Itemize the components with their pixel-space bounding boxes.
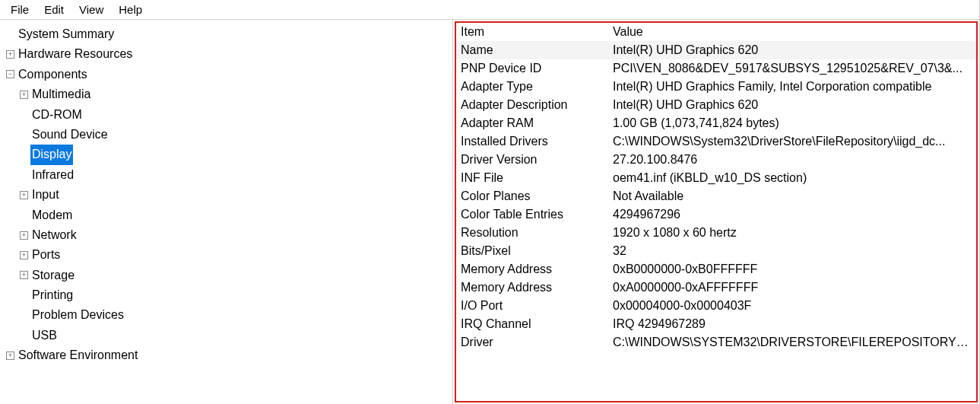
tree-item-multimedia[interactable]: +Multimedia bbox=[6, 84, 449, 104]
table-row[interactable]: PNP Device IDPCI\VEN_8086&DEV_5917&SUBSY… bbox=[456, 59, 976, 78]
cell-value: C:\WINDOWS\System32\DriverStore\FileRepo… bbox=[608, 132, 976, 151]
cell-value: 4294967296 bbox=[608, 205, 976, 224]
cell-value: PCI\VEN_8086&DEV_5917&SUBSYS_12951025&RE… bbox=[608, 59, 976, 78]
system-information-window: File Edit View Help System Summary+Hardw… bbox=[0, 0, 980, 404]
tree-item-modem[interactable]: Modem bbox=[6, 205, 449, 225]
expand-icon[interactable]: + bbox=[6, 352, 14, 360]
table-row[interactable]: DriverC:\WINDOWS\SYSTEM32\DRIVERSTORE\FI… bbox=[456, 333, 976, 352]
cell-item: Bits/Pixel bbox=[456, 242, 608, 260]
cell-item: IRQ Channel bbox=[456, 315, 608, 333]
table-row[interactable]: Color Table Entries4294967296 bbox=[456, 205, 976, 224]
cell-value: 32 bbox=[608, 242, 976, 260]
expand-icon[interactable]: + bbox=[20, 191, 28, 199]
column-header-item[interactable]: Item bbox=[456, 23, 608, 41]
expand-icon[interactable]: + bbox=[20, 91, 28, 99]
tree-item-label: Storage bbox=[30, 266, 76, 285]
cell-value: 0xA0000000-0xAFFFFFFF bbox=[608, 278, 976, 297]
expand-icon[interactable]: + bbox=[20, 251, 28, 259]
table-row[interactable]: Memory Address0xB0000000-0xB0FFFFFF bbox=[456, 260, 976, 278]
tree-item-sound-device[interactable]: Sound Device bbox=[6, 125, 449, 145]
cell-value: 1920 x 1080 x 60 hertz bbox=[608, 224, 976, 242]
table-row[interactable]: Bits/Pixel32 bbox=[456, 242, 976, 260]
table-row[interactable]: Adapter DescriptionIntel(R) UHD Graphics… bbox=[456, 96, 976, 114]
expand-icon[interactable]: + bbox=[6, 50, 14, 59]
table-row[interactable]: Adapter TypeIntel(R) UHD Graphics Family… bbox=[456, 78, 976, 96]
details-highlight-box: Item Value NameIntel(R) UHD Graphics 620… bbox=[455, 21, 978, 402]
column-header-value[interactable]: Value bbox=[608, 23, 976, 41]
menu-view[interactable]: View bbox=[73, 2, 109, 17]
tree-item-label: USB bbox=[30, 326, 59, 345]
tree-item-label: Input bbox=[30, 185, 61, 205]
tree-item-label: Display bbox=[30, 145, 73, 164]
tree-item-display[interactable]: Display bbox=[6, 145, 449, 164]
tree-item-label: CD-ROM bbox=[30, 105, 84, 125]
table-row[interactable]: Installed DriversC:\WINDOWS\System32\Dri… bbox=[456, 132, 976, 151]
cell-value: oem41.inf (iKBLD_w10_DS section) bbox=[608, 169, 976, 187]
expand-icon[interactable]: + bbox=[20, 271, 28, 279]
tree-item-hardware-resources[interactable]: +Hardware Resources bbox=[6, 44, 449, 64]
cell-value: Not Available bbox=[608, 187, 976, 205]
cell-value: Intel(R) UHD Graphics 620 bbox=[608, 96, 976, 114]
table-header-row[interactable]: Item Value bbox=[456, 23, 976, 41]
tree-item-system-summary[interactable]: System Summary bbox=[6, 24, 449, 44]
tree-item-label: Sound Device bbox=[30, 125, 109, 145]
tree-item-infrared[interactable]: Infrared bbox=[6, 165, 449, 185]
tree-item-label: Printing bbox=[30, 285, 75, 305]
cell-item: Color Planes bbox=[456, 187, 608, 205]
tree-item-network[interactable]: +Network bbox=[6, 225, 449, 245]
cell-value: Intel(R) UHD Graphics 620 bbox=[608, 41, 976, 59]
cell-item: Memory Address bbox=[456, 260, 608, 278]
collapse-icon[interactable]: − bbox=[6, 70, 14, 78]
table-row[interactable]: Adapter RAM1.00 GB (1,073,741,824 bytes) bbox=[456, 114, 976, 132]
table-row[interactable]: Driver Version27.20.100.8476 bbox=[456, 151, 976, 169]
table-row[interactable]: I/O Port0x00004000-0x0000403F bbox=[456, 297, 976, 315]
tree-item-problem-devices[interactable]: Problem Devices bbox=[6, 305, 449, 325]
cell-item: PNP Device ID bbox=[456, 59, 608, 78]
menu-help[interactable]: Help bbox=[113, 2, 148, 17]
tree-item-storage[interactable]: +Storage bbox=[6, 266, 449, 285]
tree-item-printing[interactable]: Printing bbox=[6, 285, 449, 305]
cell-item: Driver bbox=[456, 333, 608, 352]
cell-value: 27.20.100.8476 bbox=[608, 151, 976, 169]
cell-item: Driver Version bbox=[456, 151, 608, 169]
cell-item: Installed Drivers bbox=[456, 132, 608, 151]
tree-item-cd-rom[interactable]: CD-ROM bbox=[6, 105, 449, 125]
tree-item-label: Components bbox=[17, 65, 89, 84]
tree-item-usb[interactable]: USB bbox=[6, 326, 449, 345]
menu-file[interactable]: File bbox=[5, 2, 35, 17]
details-table[interactable]: Item Value NameIntel(R) UHD Graphics 620… bbox=[456, 23, 976, 352]
table-row[interactable]: INF Fileoem41.inf (iKBLD_w10_DS section) bbox=[456, 169, 976, 187]
tree-item-label: Ports bbox=[30, 245, 62, 265]
cell-value: 0x00004000-0x0000403F bbox=[608, 297, 976, 315]
table-row[interactable]: Color PlanesNot Available bbox=[456, 187, 976, 205]
cell-item: INF File bbox=[456, 169, 608, 187]
table-row[interactable]: Memory Address0xA0000000-0xAFFFFFFF bbox=[456, 278, 976, 297]
tree-item-label: Infrared bbox=[30, 165, 75, 185]
tree-item-ports[interactable]: +Ports bbox=[6, 245, 449, 265]
cell-value: 1.00 GB (1,073,741,824 bytes) bbox=[608, 114, 976, 132]
cell-item: Adapter Description bbox=[456, 96, 608, 114]
cell-value: C:\WINDOWS\SYSTEM32\DRIVERSTORE\FILEREPO… bbox=[608, 333, 976, 352]
tree-item-label: Network bbox=[30, 225, 78, 245]
details-pane: Item Value NameIntel(R) UHD Graphics 620… bbox=[453, 20, 979, 404]
cell-value: Intel(R) UHD Graphics Family, Intel Corp… bbox=[608, 78, 976, 96]
tree-item-components[interactable]: −Components bbox=[6, 65, 449, 84]
table-row[interactable]: NameIntel(R) UHD Graphics 620 bbox=[456, 41, 976, 59]
menubar: File Edit View Help bbox=[0, 0, 979, 20]
table-row[interactable]: Resolution1920 x 1080 x 60 hertz bbox=[456, 224, 976, 242]
cell-item: Memory Address bbox=[456, 278, 608, 297]
tree-item-label: Modem bbox=[30, 205, 74, 225]
menu-edit[interactable]: Edit bbox=[38, 2, 70, 17]
cell-value: 0xB0000000-0xB0FFFFFF bbox=[608, 260, 976, 278]
table-row[interactable]: IRQ ChannelIRQ 4294967289 bbox=[456, 315, 976, 333]
tree-item-input[interactable]: +Input bbox=[6, 185, 449, 205]
main-content: System Summary+Hardware Resources−Compon… bbox=[0, 20, 979, 404]
expand-icon[interactable]: + bbox=[20, 231, 28, 240]
tree-item-software-environment[interactable]: +Software Environment bbox=[6, 345, 449, 365]
cell-item: Resolution bbox=[456, 224, 608, 242]
cell-item: Adapter RAM bbox=[456, 114, 608, 132]
cell-item: Color Table Entries bbox=[456, 205, 608, 224]
category-tree[interactable]: System Summary+Hardware Resources−Compon… bbox=[0, 20, 453, 404]
tree-item-label: System Summary bbox=[17, 24, 116, 44]
tree-item-label: Software Environment bbox=[17, 345, 139, 365]
